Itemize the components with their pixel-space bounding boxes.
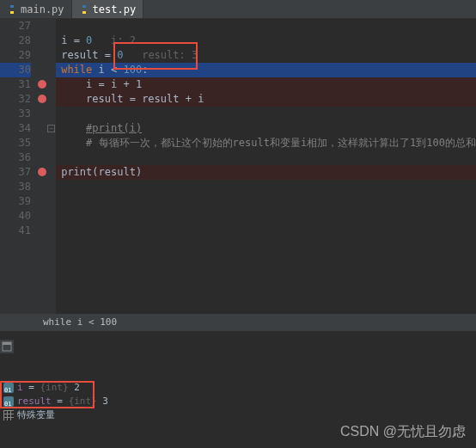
fold-icon[interactable]: − xyxy=(47,125,55,132)
code-editor[interactable]: 272829303132333435363738394041 − i = 0 i… xyxy=(0,19,476,330)
special-vars-row[interactable]: 特殊变量 xyxy=(0,408,476,422)
python-icon xyxy=(79,4,89,15)
variable-row[interactable]: result = {int} 3 xyxy=(0,395,476,408)
int-icon xyxy=(3,396,14,407)
breakpoint-icon[interactable] xyxy=(38,95,46,103)
python-icon xyxy=(7,4,17,15)
svg-rect-1 xyxy=(3,342,11,345)
tab-bar: main.py test.py xyxy=(0,0,476,19)
tab-test-py[interactable]: test.py xyxy=(72,0,144,18)
variables-panel: i = {int} 2 result = {int} 3 特殊变量 xyxy=(0,381,476,422)
panel-toggle[interactable] xyxy=(0,340,14,353)
status-text: while i < 100 xyxy=(43,316,117,328)
fold-column[interactable]: − xyxy=(46,19,56,330)
status-bar: while i < 100 xyxy=(0,314,476,331)
breakpoint-column[interactable] xyxy=(36,19,47,330)
tab-label: main.py xyxy=(21,3,64,15)
code-area[interactable]: i = 0 i: 2 result = 0 result: 3 while i … xyxy=(56,19,476,330)
tab-label: test.py xyxy=(93,3,137,15)
line-gutter: 272829303132333435363738394041 xyxy=(0,19,36,330)
breakpoint-icon[interactable] xyxy=(38,168,46,176)
variable-row[interactable]: i = {int} 2 xyxy=(0,381,476,395)
grid-icon xyxy=(3,410,14,420)
tab-main-py[interactable]: main.py xyxy=(0,0,72,18)
int-icon xyxy=(3,383,14,393)
breakpoint-icon[interactable] xyxy=(38,80,46,89)
watermark: CSDN @无忧且勿虑 xyxy=(340,423,466,441)
